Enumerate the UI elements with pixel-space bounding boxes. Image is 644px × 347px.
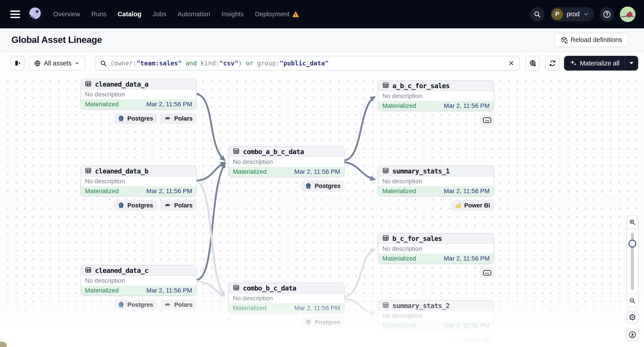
materialize-options-caret[interactable] [625, 56, 638, 70]
kind-tag-label: Polars [174, 202, 192, 209]
table-icon [233, 284, 240, 292]
asset-node-cleaned_data_b[interactable]: cleaned_data_b No description Materializ… [80, 166, 197, 197]
kind-tag-postgres[interactable]: Postgres [114, 113, 157, 124]
open-sidebar-panel-button[interactable] [10, 56, 25, 70]
asset-timestamp: Mar 2, 11:56 PM [294, 305, 340, 312]
search-icon [100, 60, 107, 67]
deployment-switcher[interactable]: P prod [550, 7, 594, 21]
asset-status: Materialized [382, 322, 416, 329]
nav-item-insights[interactable]: Insights [222, 10, 244, 18]
nav-item-catalog[interactable]: Catalog [118, 10, 142, 18]
asset-search-input[interactable]: (owner:"team:sales" and kind:"csv") or g… [95, 56, 520, 70]
download-image-button[interactable] [626, 329, 638, 341]
caret-down-icon [630, 62, 634, 66]
lineage-edge-combo_a_b_c_data-to-summary_stats_1 [344, 162, 374, 179]
hamburger-menu-icon[interactable] [10, 10, 20, 18]
query-segment: and [182, 60, 200, 67]
asset-timestamp: Mar 2, 11:56 PM [294, 168, 340, 175]
dagster-logo-icon[interactable] [26, 5, 44, 23]
gear-icon: ⚙ [628, 313, 636, 322]
query-segment: or [242, 60, 257, 67]
kind-tag-polars[interactable]: Polars [160, 113, 197, 124]
asset-name: b_c_for_sales [392, 235, 442, 243]
asset-node-combo_b_c_data[interactable]: combo_b_c_data No description Materializ… [228, 283, 344, 314]
lineage-edge-combo_b_c_data-to-b_c_for_sales [344, 249, 374, 297]
nav-item-runs[interactable]: Runs [92, 10, 106, 18]
asset-timestamp: Mar 2, 11:56 PM [444, 102, 490, 109]
kind-tag-polars[interactable]: Polars [160, 200, 197, 211]
nav-item-deployment[interactable]: Deployment [255, 10, 299, 18]
chevron-down-icon [74, 60, 80, 66]
graph-settings-button[interactable]: ⚙ [626, 311, 638, 323]
help-icon[interactable] [600, 7, 614, 21]
lineage-edge-combo_b_c_data-to-summary_stats_2 [344, 299, 374, 314]
user-avatar[interactable] [620, 6, 636, 22]
asset-timestamp: Mar 2, 11:56 PM [146, 101, 192, 108]
table-icon [382, 167, 389, 175]
zoom-slider-thumb[interactable] [628, 240, 636, 248]
postgres-icon [118, 302, 125, 308]
asset-filter-dropdown[interactable]: All assets [28, 56, 85, 70]
kind-tag-label: Polars [174, 115, 192, 122]
deployment-initial-badge: P [552, 8, 563, 20]
nav-item-label: Overview [53, 10, 80, 18]
kind-tag-postgres[interactable]: Postgres [114, 200, 157, 211]
asset-node-cleaned_data_a[interactable]: cleaned_data_a No description Materializ… [80, 79, 197, 110]
query-segment: "csv" [220, 60, 238, 67]
zoom-in-icon [629, 219, 636, 226]
kind-tag-postgres[interactable]: Postgres [301, 317, 344, 328]
zoom-out-button[interactable] [627, 294, 638, 307]
nav-item-automation[interactable]: Automation [178, 10, 210, 18]
zoom-in-button[interactable] [627, 216, 638, 229]
kind-tag-csv[interactable]: csv [480, 268, 494, 278]
search-icon[interactable] [530, 7, 544, 21]
kind-tag-postgres[interactable]: Postgres [301, 181, 344, 191]
kind-tag-postgres[interactable]: Postgres [114, 300, 157, 310]
asset-name: a_b_c_for_sales [392, 82, 450, 90]
table-icon [382, 235, 389, 242]
kind-tag-csv[interactable]: csv [480, 115, 494, 125]
asset-filter-label: All assets [44, 60, 72, 67]
clear-search-icon[interactable] [508, 60, 514, 66]
page-title: Global Asset Lineage [12, 35, 102, 45]
asset-node-a_b_c_for_sales[interactable]: a_b_c_for_sales No description Materiali… [378, 80, 494, 111]
materialize-all-main[interactable]: Materialize all [564, 60, 625, 67]
materialize-all-label: Materialize all [580, 60, 620, 67]
postgres-icon [118, 202, 125, 209]
view-settings-globe-button[interactable] [526, 56, 540, 70]
lineage-edge-cleaned_data_a-to-combo_a_b_c_data [197, 94, 224, 160]
nav-item-overview[interactable]: Overview [53, 10, 80, 18]
refresh-graph-button[interactable] [545, 56, 560, 70]
asset-node-summary_stats_1[interactable]: summary_stats_1 No description Materiali… [378, 166, 494, 197]
asset-status: Materialized [382, 188, 416, 195]
asset-description: No description [229, 293, 344, 303]
asset-status: Materialized [233, 305, 266, 312]
asset-node-summary_stats_2[interactable]: summary_stats_2 No description Materiali… [378, 300, 494, 331]
query-segment: "team:sales" [136, 60, 182, 67]
asset-node-b_c_for_sales[interactable]: b_c_for_sales No description Materialize… [378, 233, 494, 264]
table-icon [382, 302, 389, 310]
topnav-right-cluster: P prod [530, 6, 636, 22]
kind-tag-powerbi[interactable]: Power BI [451, 200, 494, 211]
asset-name: summary_stats_2 [392, 302, 450, 310]
kind-tag-powerbi[interactable]: Power BI [451, 335, 494, 346]
asset-status: Materialized [233, 168, 266, 175]
asset-node-header: summary_stats_2 [378, 301, 494, 311]
asset-node-combo_a_b_c_data[interactable]: combo_a_b_c_data No description Material… [228, 146, 344, 177]
deployment-name: prod [567, 10, 580, 18]
query-segment: group: [257, 60, 280, 67]
lineage-edge-cleaned_data_b-to-combo_a_b_c_data [197, 163, 224, 181]
zoom-out-icon [629, 297, 636, 304]
asset-kind-tags-cleaned_data_c: PostgresPolars [80, 300, 197, 310]
lineage-edge-combo_a_b_c_data-to-a_b_c_for_sales [344, 97, 374, 160]
download-icon [628, 331, 636, 339]
kind-tag-polars[interactable]: Polars [160, 300, 197, 310]
nav-item-jobs[interactable]: Jobs [152, 10, 166, 18]
asset-node-cleaned_data_c[interactable]: cleaned_data_c No description Materializ… [80, 265, 197, 296]
zoom-slider[interactable] [627, 229, 638, 294]
reload-definitions-button[interactable]: Reload definitions [554, 33, 628, 47]
asset-status: Materialized [85, 188, 119, 195]
lineage-graph-canvas[interactable]: cleaned_data_a No description Materializ… [0, 75, 644, 347]
asset-node-header: cleaned_data_b [81, 166, 196, 176]
materialize-all-button[interactable]: Materialize all [564, 56, 638, 70]
